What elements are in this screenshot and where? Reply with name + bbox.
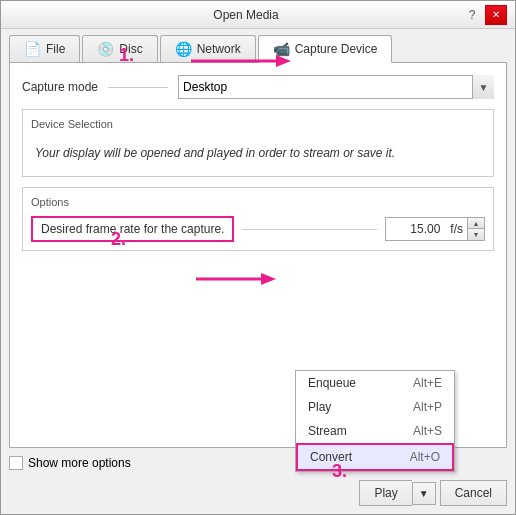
capture-mode-select-wrapper: Desktop DirectShow ▼ — [178, 75, 494, 99]
cancel-button[interactable]: Cancel — [440, 480, 507, 506]
close-button[interactable]: ✕ — [485, 5, 507, 25]
tab-file[interactable]: 📄 File — [9, 35, 80, 62]
tab-disc-label: Disc — [119, 42, 142, 56]
device-selection-label: Device Selection — [31, 118, 485, 130]
device-selection-group: Device Selection Your display will be op… — [22, 109, 494, 177]
tab-file-label: File — [46, 42, 65, 56]
network-icon: 🌐 — [175, 41, 192, 57]
dropdown-item-enqueue[interactable]: Enqueue Alt+E — [296, 371, 454, 395]
play-label: Play — [308, 400, 331, 414]
tab-network-label: Network — [197, 42, 241, 56]
stream-label: Stream — [308, 424, 347, 438]
frame-rate-spinners: ▲ ▼ — [467, 218, 484, 240]
capture-mode-row: Capture mode Desktop DirectShow ▼ — [22, 75, 494, 99]
window-title: Open Media — [31, 8, 461, 22]
capture-mode-select[interactable]: Desktop DirectShow — [178, 75, 494, 99]
play-button[interactable]: Play — [359, 480, 411, 506]
show-more-label: Show more options — [28, 456, 131, 470]
disc-icon: 💿 — [97, 41, 114, 57]
dropdown-item-convert[interactable]: Convert Alt+O — [296, 443, 454, 471]
tab-network[interactable]: 🌐 Network — [160, 35, 256, 62]
options-group: Options Desired frame rate for the captu… — [22, 187, 494, 251]
frame-rate-separator — [242, 229, 377, 230]
frame-rate-up-button[interactable]: ▲ — [468, 218, 484, 229]
frame-rate-value[interactable]: 15.00 — [386, 220, 446, 238]
tab-bar: 📄 File 💿 Disc 🌐 Network 📹 Capture Device — [1, 29, 515, 62]
title-bar: Open Media ? ✕ — [1, 1, 515, 29]
play-dropdown-button[interactable]: ▼ — [412, 482, 436, 505]
frame-rate-row: Desired frame rate for the capture. 15.0… — [31, 216, 485, 242]
device-info-text: Your display will be opened and played i… — [31, 138, 485, 168]
tab-disc[interactable]: 💿 Disc — [82, 35, 157, 62]
enqueue-shortcut: Alt+E — [413, 376, 442, 390]
tab-capture-label: Capture Device — [295, 42, 378, 56]
capture-mode-separator — [108, 87, 168, 88]
open-media-window: Open Media ? ✕ 📄 File 💿 Disc 🌐 Network 📹… — [0, 0, 516, 515]
tab-capture-device[interactable]: 📹 Capture Device — [258, 35, 393, 63]
options-label: Options — [31, 196, 485, 208]
frame-rate-label: Desired frame rate for the capture. — [31, 216, 234, 242]
convert-shortcut: Alt+O — [410, 450, 440, 464]
help-button[interactable]: ? — [461, 5, 483, 25]
enqueue-label: Enqueue — [308, 376, 356, 390]
title-bar-buttons: ? ✕ — [461, 5, 507, 25]
convert-label: Convert — [310, 450, 352, 464]
frame-rate-input-wrapper: 15.00 f/s ▲ ▼ — [385, 217, 485, 241]
dropdown-item-play[interactable]: Play Alt+P — [296, 395, 454, 419]
frame-rate-unit: f/s — [446, 220, 467, 238]
file-icon: 📄 — [24, 41, 41, 57]
capture-mode-label: Capture mode — [22, 80, 98, 94]
bottom-buttons: Play ▼ Cancel — [9, 480, 507, 506]
play-shortcut: Alt+P — [413, 400, 442, 414]
play-dropdown-menu: Enqueue Alt+E Play Alt+P Stream Alt+S Co… — [295, 370, 455, 472]
device-info-span: Your display will be opened and played i… — [35, 146, 395, 160]
stream-shortcut: Alt+S — [413, 424, 442, 438]
capture-icon: 📹 — [273, 41, 290, 57]
dropdown-item-stream[interactable]: Stream Alt+S — [296, 419, 454, 443]
play-button-group: Play ▼ — [359, 480, 435, 506]
show-more-checkbox[interactable] — [9, 456, 23, 470]
frame-rate-down-button[interactable]: ▼ — [468, 229, 484, 240]
